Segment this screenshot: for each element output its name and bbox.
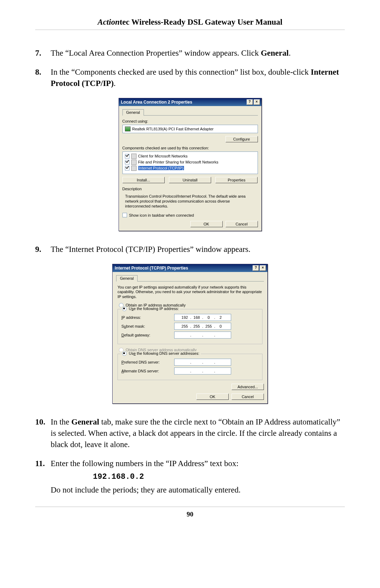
radio-icon[interactable] <box>122 307 127 311</box>
sn-oct-1[interactable]: 255 <box>180 324 190 328</box>
close-button[interactable]: × <box>254 99 260 105</box>
pref-dns-label: Preferred DNS server: <box>121 360 174 364</box>
adapter-box: Realtek RTL8139(A) PCI Fast Ethernet Ada… <box>122 125 258 133</box>
properties-button[interactable]: Properties <box>215 177 258 183</box>
header-rule <box>35 30 345 30</box>
uninstall-button[interactable]: Uninstall <box>169 177 211 183</box>
tab-general[interactable]: General <box>122 109 144 116</box>
manual-header: Actiontec Wireless-Ready DSL Gateway Use… <box>35 18 345 27</box>
ok-button[interactable]: OK <box>190 221 223 227</box>
install-button[interactable]: Install... <box>122 177 165 183</box>
step-11-number: 11. <box>35 458 51 496</box>
step-11-body: Enter the following numbers in the “IP A… <box>51 458 345 496</box>
component-fileprint[interactable]: File and Printer Sharing for Microsoft N… <box>125 159 255 165</box>
share-icon <box>131 160 137 165</box>
component-tcpip[interactable]: Internet Protocol (TCP/IP) <box>125 165 255 171</box>
step-11-text-b: Do not include the periods; they are aut… <box>51 484 345 496</box>
step-8-body: In the “Components checked are used by t… <box>51 67 345 89</box>
step-9: 9. The “Internet Protocol (TCP/IP) Prope… <box>35 244 345 255</box>
component-client[interactable]: Client for Microsoft Networks <box>125 153 255 159</box>
help-button[interactable]: ? <box>247 99 253 105</box>
step-7: 7. The “Local Area Connection Properties… <box>35 48 345 59</box>
step-7-body: The “Local Area Connection Properties” w… <box>51 48 345 59</box>
component-fileprint-label: File and Printer Sharing for Microsoft N… <box>138 160 218 164</box>
step-11: 11. Enter the following numbers in the “… <box>35 458 345 496</box>
step-8-text-c: . <box>114 79 116 88</box>
step-10-number: 10. <box>35 416 51 451</box>
configure-button[interactable]: Configure <box>226 136 258 142</box>
dns-fieldset: Use the following DNS server addresses: … <box>118 354 262 380</box>
alt-dns-input[interactable]: . . . <box>174 367 231 375</box>
lac-titlebar: Local Area Connection 2 Properties ? × <box>119 98 261 106</box>
tab-row: General <box>116 275 264 281</box>
ip-oct-2[interactable]: 168 <box>192 315 202 320</box>
gateway-label: Default gateway: <box>121 333 174 337</box>
adapter-name: Realtek RTL8139(A) PCI Fast Ethernet Ada… <box>132 127 214 131</box>
ip-oct-4[interactable]: 2 <box>216 315 226 320</box>
checkbox-icon[interactable] <box>125 166 129 171</box>
tcpip-intro: You can get IP settings assigned automat… <box>118 285 262 299</box>
screenshot-tcpip-properties: Internet Protocol (TCP/IP) Properties ? … <box>35 264 345 404</box>
subnet-input[interactable]: 255. 255. 255. 0 <box>174 323 231 330</box>
step-8-text-a: In the “Components checked are used by t… <box>51 68 311 76</box>
sn-oct-4[interactable]: 0 <box>216 324 226 328</box>
step-7-text-c: . <box>289 49 291 57</box>
ip-fieldset: Use the following IP address: IP address… <box>118 309 262 344</box>
step-7-text-a: The “Local Area Connection Properties” w… <box>51 49 261 57</box>
page-number: 90 <box>35 510 345 518</box>
lac-title: Local Area Connection 2 Properties <box>121 100 192 105</box>
checkbox-icon[interactable] <box>125 154 129 159</box>
ok-button[interactable]: OK <box>196 394 229 400</box>
ip-address-label: IP address: <box>121 315 174 320</box>
checkbox-icon[interactable] <box>125 160 129 165</box>
pref-dns-input[interactable]: . . . <box>174 359 231 366</box>
close-button[interactable]: × <box>260 265 266 271</box>
footer-rule <box>35 507 345 507</box>
radio-use-ip-label: Use the following IP address: <box>129 307 179 311</box>
lac-properties-dialog: Local Area Connection 2 Properties ? × G… <box>119 98 262 231</box>
brand-suffix: tec <box>120 18 129 26</box>
tcpip-properties-dialog: Internet Protocol (TCP/IP) Properties ? … <box>112 264 268 404</box>
gateway-input[interactable]: . . . <box>174 332 231 339</box>
step-11-text-a: Enter the following numbers in the “IP A… <box>51 458 345 469</box>
alt-dns-label: Alternate DNS server: <box>121 369 174 373</box>
sn-oct-3[interactable]: 255 <box>204 324 214 328</box>
tab-row: General <box>122 109 258 116</box>
step-9-body: The “Internet Protocol (TCP/IP) Properti… <box>51 244 345 255</box>
components-listbox[interactable]: Client for Microsoft Networks File and P… <box>122 151 258 174</box>
tcpip-title: Internet Protocol (TCP/IP) Properties <box>115 266 188 271</box>
connect-using-label: Connect using: <box>122 119 148 123</box>
step-10-body: In the General tab, make sure the the ci… <box>51 416 345 451</box>
ip-address-input[interactable]: 192. 168. 0. 2 <box>174 314 231 321</box>
ip-oct-3[interactable]: 0 <box>204 315 214 320</box>
step-10-bold: General <box>71 417 99 426</box>
subnet-label: Subnet mask: <box>121 324 174 328</box>
radio-use-dns-label: Use the following DNS server addresses: <box>129 351 200 355</box>
cancel-button[interactable]: Cancel <box>232 394 264 400</box>
tab-general[interactable]: General <box>116 275 138 281</box>
components-label: Components checked are used by this conn… <box>122 146 258 150</box>
radio-icon[interactable] <box>122 351 127 356</box>
help-button[interactable]: ? <box>253 265 259 271</box>
component-client-label: Client for Microsoft Networks <box>138 154 188 158</box>
step-10-text-a: In the <box>51 417 71 426</box>
step-10: 10. In the General tab, make sure the th… <box>35 416 345 451</box>
protocol-icon <box>131 166 137 171</box>
ip-oct-1[interactable]: 192 <box>180 315 190 320</box>
ip-literal: 192.168.0.2 <box>93 472 345 483</box>
step-7-bold: General <box>261 49 289 57</box>
client-icon <box>131 154 137 159</box>
nic-icon <box>125 126 131 131</box>
header-rest: Wireless-Ready DSL Gateway User Manual <box>129 18 283 26</box>
show-icon-checkbox[interactable] <box>122 213 127 217</box>
component-tcpip-label: Internet Protocol (TCP/IP) <box>138 166 184 170</box>
tcpip-titlebar: Internet Protocol (TCP/IP) Properties ? … <box>113 264 267 272</box>
step-7-number: 7. <box>35 48 51 59</box>
description-label: Description <box>122 187 258 191</box>
advanced-button[interactable]: Advanced... <box>232 384 264 390</box>
cancel-button[interactable]: Cancel <box>226 221 258 227</box>
step-9-number: 9. <box>35 244 51 255</box>
sn-oct-2[interactable]: 255 <box>192 324 202 328</box>
step-8-number: 8. <box>35 67 51 89</box>
step-8: 8. In the “Components checked are used b… <box>35 67 345 89</box>
